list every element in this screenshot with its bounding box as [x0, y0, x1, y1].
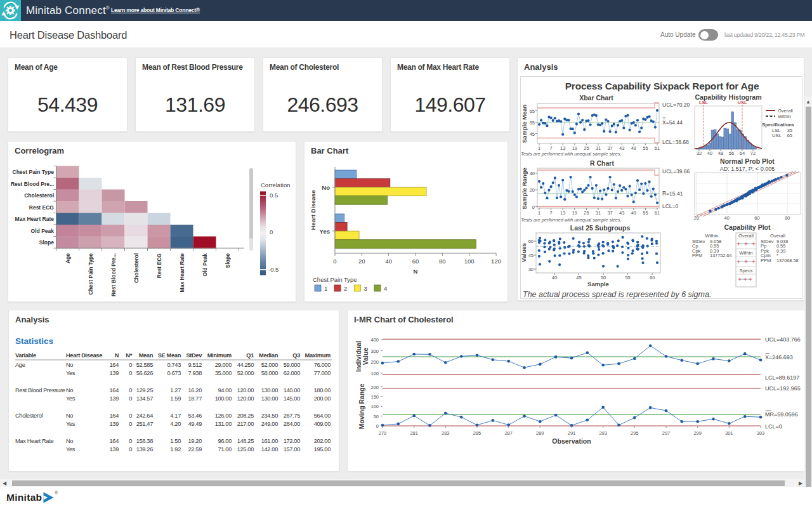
- svg-text:0: 0: [333, 258, 336, 265]
- svg-text:Old Peak: Old Peak: [202, 253, 208, 277]
- svg-text:217.00: 217.00: [237, 421, 254, 427]
- svg-text:120: 120: [491, 258, 501, 265]
- svg-text:0: 0: [129, 446, 132, 453]
- svg-text:20: 20: [358, 258, 365, 265]
- svg-text:Within: Within: [740, 250, 753, 256]
- svg-text:USL: USL: [772, 133, 782, 138]
- svg-text:LCL=0: LCL=0: [765, 423, 782, 430]
- svg-text:55: 55: [643, 210, 648, 216]
- svg-text:Sample Mean: Sample Mean: [521, 104, 528, 143]
- svg-text:49.49: 49.49: [188, 421, 202, 427]
- svg-text:60: 60: [528, 239, 534, 244]
- svg-text:No: No: [66, 362, 73, 368]
- svg-text:49: 49: [631, 210, 636, 216]
- svg-text:Chest Pain Type: Chest Pain Type: [313, 276, 357, 283]
- svg-text:37: 37: [607, 210, 612, 216]
- svg-text:Cholesterol: Cholesterol: [24, 192, 54, 199]
- svg-text:208.25: 208.25: [237, 413, 254, 419]
- svg-text:60: 60: [412, 258, 419, 265]
- svg-text:130.00: 130.00: [261, 387, 278, 393]
- svg-text:251.47: 251.47: [136, 421, 154, 427]
- svg-text:Minimum: Minimum: [207, 352, 232, 359]
- svg-text:Slope: Slope: [225, 253, 231, 268]
- svg-text:139: 139: [110, 370, 119, 376]
- svg-text:64: 64: [740, 150, 745, 156]
- svg-text:0: 0: [129, 395, 132, 402]
- svg-text:40: 40: [530, 171, 535, 176]
- svg-text:7.938: 7.938: [188, 370, 202, 376]
- svg-text:31: 31: [596, 145, 601, 151]
- svg-text:76.000: 76.000: [314, 362, 331, 368]
- svg-text:25: 25: [584, 210, 589, 216]
- svg-text:120.00: 120.00: [237, 387, 254, 393]
- svg-text:96.00: 96.00: [218, 438, 232, 444]
- svg-text:Tests are performed with unequ: Tests are performed with unequal sample …: [521, 217, 622, 223]
- svg-text:164: 164: [110, 413, 119, 419]
- svg-text:Slope: Slope: [39, 239, 54, 246]
- svg-text:139.26: 139.26: [136, 446, 154, 453]
- svg-text:158.38: 158.38: [136, 438, 154, 444]
- svg-text:40: 40: [707, 150, 712, 156]
- svg-text:139: 139: [110, 395, 119, 402]
- svg-text:Q3: Q3: [292, 352, 300, 359]
- svg-text:Within: Within: [778, 114, 791, 119]
- svg-text:No: No: [322, 184, 330, 191]
- svg-text:161.00: 161.00: [261, 438, 278, 444]
- svg-text:100: 100: [370, 404, 379, 409]
- svg-text:Values: Values: [521, 243, 527, 262]
- svg-text:35.000: 35.000: [215, 370, 232, 376]
- svg-text:The actual process spread is r: The actual process spread is represented…: [523, 290, 711, 299]
- svg-text:20: 20: [694, 215, 699, 221]
- svg-text:1.92: 1.92: [170, 446, 181, 453]
- svg-text:No: No: [66, 413, 73, 419]
- svg-text:1.27: 1.27: [170, 387, 181, 393]
- svg-text:52.000: 52.000: [261, 362, 278, 368]
- svg-text:1: 1: [538, 145, 540, 151]
- svg-text:Old Peak: Old Peak: [31, 228, 55, 234]
- svg-text:Q1: Q1: [246, 352, 254, 359]
- svg-text:195.00: 195.00: [314, 446, 331, 453]
- svg-text:Capability Plot: Capability Plot: [724, 223, 771, 231]
- svg-text:Normal Prob Plot: Normal Prob Plot: [720, 157, 775, 165]
- svg-text:Sample Range: Sample Range: [521, 168, 528, 209]
- svg-text:Yes: Yes: [320, 228, 330, 235]
- svg-text:61: 61: [655, 145, 660, 151]
- svg-text:164: 164: [110, 387, 119, 393]
- svg-text:0.5: 0.5: [270, 192, 278, 199]
- svg-text:R Chart: R Chart: [590, 159, 614, 167]
- svg-text:7: 7: [550, 145, 553, 151]
- svg-text:43: 43: [619, 145, 624, 151]
- svg-text:53.46: 53.46: [188, 413, 202, 419]
- svg-text:4.17: 4.17: [170, 413, 181, 419]
- svg-text:157.00: 157.00: [284, 446, 301, 453]
- svg-text:Age: Age: [65, 253, 71, 263]
- svg-text:62.000: 62.000: [284, 370, 301, 376]
- svg-text:164: 164: [110, 438, 119, 444]
- svg-text:137752.64: 137752.64: [710, 253, 732, 258]
- svg-text:Cholesterol: Cholesterol: [15, 413, 43, 419]
- svg-text:No: No: [66, 387, 73, 393]
- svg-text:2: 2: [344, 285, 347, 292]
- svg-text:0: 0: [129, 438, 132, 444]
- svg-text:145.00: 145.00: [284, 395, 301, 402]
- svg-text:1.50: 1.50: [170, 438, 181, 444]
- svg-text:-0.5: -0.5: [268, 266, 278, 273]
- svg-text:129.25: 129.25: [136, 387, 154, 393]
- svg-text:MR=59.0596: MR=59.0596: [765, 411, 798, 418]
- svg-text:LSL: LSL: [699, 100, 709, 105]
- svg-text:139: 139: [110, 421, 119, 427]
- svg-text:279: 279: [379, 430, 387, 436]
- svg-text:61: 61: [655, 210, 660, 216]
- svg-text:Maximum: Maximum: [305, 352, 331, 359]
- svg-text:100: 100: [370, 371, 379, 376]
- svg-text:19: 19: [572, 145, 577, 151]
- svg-text:80: 80: [785, 215, 790, 221]
- svg-text:45: 45: [530, 131, 535, 137]
- svg-text:58.000: 58.000: [261, 370, 278, 376]
- svg-text:LCL=89.6197: LCL=89.6197: [765, 374, 799, 381]
- svg-text:Correlation: Correlation: [261, 182, 290, 188]
- svg-text:0.673: 0.673: [167, 370, 181, 376]
- svg-text:284.00: 284.00: [284, 421, 301, 427]
- svg-text:X=54.44: X=54.44: [662, 119, 683, 126]
- svg-text:125.00: 125.00: [237, 446, 254, 453]
